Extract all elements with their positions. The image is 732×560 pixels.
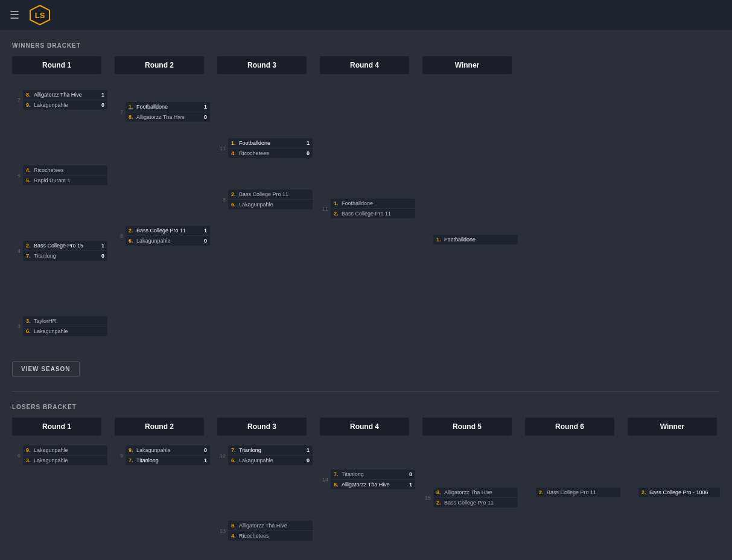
losers-bracket-wrapper: Round 1 6 9. Lakagunpahle 3. <box>12 418 720 560</box>
losers-round3-col: Round 3 12 7. Titanlong 1 6. L <box>217 418 320 541</box>
winners-round3-matches: 11 1. Footballdone 1 4. Ricochetees 0 <box>217 78 320 209</box>
table-row: 6 9. Lakagunpahle 3. Lakagunpahle <box>12 445 115 465</box>
table-row: 14 7. Titanlong 0 8. Alligatorzz Tha Hiv… <box>320 469 422 489</box>
list-item: 7. Titanlong 1 <box>126 456 210 465</box>
table-row: 2. Bass College Pro 11 <box>525 488 628 497</box>
team-seed: 2. <box>129 228 135 234</box>
table-row: 13 8. Alligatorzz Tha Hive 4. Ricochetee… <box>217 521 320 541</box>
team-name: Bass College Pro 11 <box>136 228 199 234</box>
team-seed: 7. <box>26 253 32 259</box>
match-card: 1. Footballdone 2. Bass College Pro 11 <box>331 199 415 218</box>
team-score: 1 <box>201 457 207 463</box>
team-seed: 4. <box>26 167 32 173</box>
table-row: 11 1. Footballdone 1 4. Ricochetees 0 <box>217 138 320 158</box>
team-seed: 8. <box>436 489 442 495</box>
losers-round2-header: Round 2 <box>115 418 204 436</box>
losers-round4-matches: 14 7. Titanlong 0 8. Alligatorzz Tha Hiv… <box>320 439 422 489</box>
table-row: 4 2. Bass College Pro 15 1 7. Titanlong … <box>12 241 115 261</box>
team-seed: 1. <box>129 104 135 110</box>
team-name: Lakagunpahle <box>34 447 97 453</box>
team-name: Lakagunpahle <box>136 238 199 244</box>
team-name: Footballdone <box>136 104 199 110</box>
app-logo: LS <box>29 4 51 26</box>
losers-winner-header: Winner <box>628 418 717 436</box>
match-card: 1. Footballdone 1 8. Alligatorzz Tha Hiv… <box>126 102 210 122</box>
table-row: 7 8. Alligatorzz Tha Hive 1 9. Lakagunpa… <box>12 90 115 110</box>
team-score: 1 <box>304 447 310 453</box>
losers-round4-header: Round 4 <box>320 418 409 436</box>
team-name: Alligatorzz Tha Hive <box>342 482 404 488</box>
team-score: 1 <box>201 104 207 110</box>
table-row: 8 2. Bass College Pro 11 6. Lakagunpahle <box>217 189 320 209</box>
losers-bracket-section: LOSERS BRACKET Round 1 6 9. Lakagunpahle <box>12 404 720 560</box>
team-seed: 6. <box>129 238 135 244</box>
list-item: 8. Alligatorzz Tha Hive <box>433 488 518 498</box>
match-number: 6 <box>12 453 21 459</box>
winners-round1-header: Round 1 <box>12 56 101 74</box>
spacer <box>12 113 115 162</box>
team-seed: 1. <box>436 237 442 243</box>
team-name: Titanlong <box>239 447 302 453</box>
team-score: 0 <box>98 253 104 259</box>
list-item: 2. Bass College Pro 11 1 <box>126 226 210 236</box>
losers-round6-header: Round 6 <box>525 418 614 436</box>
team-name: Alligatorzz Tha Hive <box>136 114 199 120</box>
team-name: Bass College Pro 11 <box>547 489 609 495</box>
list-item: 2. Bass College Pro 15 1 <box>23 241 107 251</box>
match-number: 8 <box>115 233 123 239</box>
losers-round5-col: Round 5 15 8. Alligatorzz Tha Hive 2. <box>422 418 525 508</box>
losers-round1-header: Round 1 <box>12 418 101 436</box>
list-item: 6. Lakagunpahle 0 <box>228 456 313 465</box>
menu-icon[interactable]: ☰ <box>10 8 19 22</box>
winners-round4-col: Round 4 11 1. Footballdone 2. <box>320 56 422 218</box>
match-card: 8. Alligatorzz Tha Hive 1 9. Lakagunpahl… <box>23 90 107 110</box>
team-seed: 2. <box>539 489 545 495</box>
team-name: Ricochetees <box>239 150 302 156</box>
table-row: 9 9. Lakagunpahle 0 7. Titanlong 1 <box>115 445 217 465</box>
section-divider <box>12 391 720 392</box>
winners-bracket-wrapper: Round 1 7 8. Alligatorzz Tha Hive 1 <box>12 56 720 342</box>
svg-text:LS: LS <box>35 11 45 20</box>
team-score: 0 <box>201 447 207 453</box>
list-item: 7. Titanlong 0 <box>331 469 415 480</box>
team-seed: 2. <box>436 500 442 506</box>
team-name: Footballdone <box>342 200 404 206</box>
spacer <box>12 189 115 237</box>
list-item: 6. Lakagunpahle 0 <box>126 236 210 246</box>
list-item: 2. Bass College Pro - 1006 <box>638 488 720 497</box>
team-score: 0 <box>304 150 310 156</box>
losers-round2-col: Round 2 9 9. Lakagunpahle 0 7. <box>115 418 217 560</box>
team-name: Titanlong <box>34 253 97 259</box>
match-card: 4. Ricochetees 5. Rapid Durant 1 <box>23 165 107 185</box>
team-seed: 2. <box>26 243 32 249</box>
team-score: 1 <box>98 92 104 98</box>
match-card: 9. Lakagunpahle 3. Lakagunpahle <box>23 445 107 465</box>
team-seed: 7. <box>334 471 340 477</box>
team-seed: 6. <box>26 328 32 334</box>
team-seed: 8. <box>334 482 340 488</box>
match-number: 8 <box>217 197 226 203</box>
table-row: 12 7. Titanlong 1 6. Lakagunpahle 0 <box>217 445 320 465</box>
winners-bracket-section: WINNERS BRACKET Round 1 7 8. Alligatorzz… <box>12 42 720 342</box>
match-number: 11 <box>217 145 226 151</box>
team-score: 0 <box>406 471 412 477</box>
match-number: 9 <box>115 453 123 459</box>
list-item: 4. Ricochetees 0 <box>228 148 313 158</box>
team-seed: 8. <box>129 114 135 120</box>
team-seed: 4. <box>231 533 237 539</box>
winners-round2-matches: 7 1. Footballdone 1 8. Alligatorzz Tha H… <box>115 78 217 246</box>
team-name: Bass College Pro 15 <box>34 243 97 249</box>
list-item: 4. Ricochetees <box>228 531 313 541</box>
match-card: 7. Titanlong 1 6. Lakagunpahle 0 <box>228 445 313 465</box>
table-row: 11 1. Footballdone 2. Bass College Pro 1… <box>320 199 422 218</box>
list-item: 3. Lakagunpahle <box>23 456 107 465</box>
view-season-button-top[interactable]: VIEW SEASON <box>12 361 80 377</box>
team-name: Lakagunpahle <box>34 102 97 108</box>
team-seed: 4. <box>231 150 237 156</box>
team-name: Titanlong <box>342 471 404 477</box>
match-number: 3 <box>12 323 21 329</box>
team-seed: 7. <box>231 447 237 453</box>
list-item: 2. Bass College Pro 11 <box>536 488 620 497</box>
winners-bracket-title: WINNERS BRACKET <box>12 42 720 49</box>
team-name: Bass College Pro 11 <box>444 500 507 506</box>
